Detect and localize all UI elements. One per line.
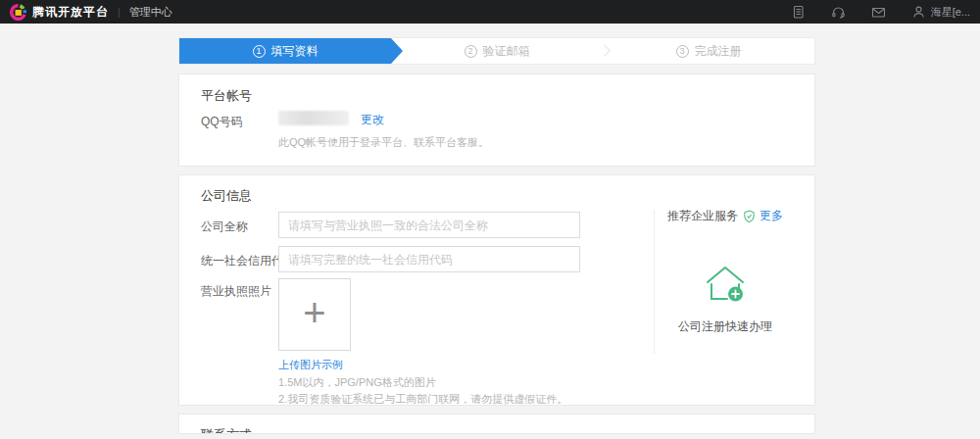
license-photo-upload-button[interactable]: + [278,278,351,351]
tencent-open-platform-logo-icon [10,4,26,21]
step-complete-registration: 3 完成注册 [603,38,814,64]
nav-management-center[interactable]: 管理中心 [129,5,172,20]
recommended-services-panel: 推荐企业服务 更多 公司注册快速办理 [667,208,783,335]
mail-icon[interactable] [871,5,886,20]
header-divider: | [118,6,121,18]
service-label: 公司注册快速办理 [667,318,783,335]
step-1-number-icon: 1 [253,45,266,58]
qq-number-label: QQ号码 [201,114,243,130]
step-3-number-icon: 3 [676,45,689,58]
step-verify-email: 2 验证邮箱 [391,38,603,64]
headset-icon[interactable] [831,5,846,20]
contact-info-section: 联系方式 [178,414,815,434]
plus-icon: + [303,293,325,332]
company-info-section: 公司信息 公司全称 统一社会信用代码 营业执照照片 + 上传图片示例 1.5M以… [178,174,815,406]
recommended-services-header: 推荐企业服务 更多 [667,208,783,224]
step-2-number-icon: 2 [465,45,477,58]
company-name-input[interactable] [278,212,580,238]
step-fill-info: 1 填写资料 [179,38,391,64]
upload-tips: 1.5M以内，JPG/PNG格式的图片 2.我司资质验证系统已与工商部门联网，请… [278,374,567,408]
change-qq-link[interactable]: 更改 [361,112,384,128]
section-title-contact: 联系方式 [201,426,252,434]
platform-account-section: 平台帐号 QQ号码 更改 此QQ帐号使用于登录平台、联系平台客服。 [178,73,815,167]
company-name-label: 公司全称 [201,219,248,235]
upload-example-link[interactable]: 上传图片示例 [278,358,343,372]
qq-usage-hint: 此QQ帐号使用于登录平台、联系平台客服。 [278,135,489,150]
house-plus-icon [703,289,748,306]
section-title-company-info: 公司信息 [201,187,252,205]
vertical-divider [654,210,655,354]
more-services-link[interactable]: 更多 [760,208,783,224]
recommended-services-title: 推荐企业服务 [667,208,738,224]
top-header-bar: 腾讯开放平台 | 管理中心 [0,0,980,24]
upload-tip-1: 1.5M以内，JPG/PNG格式的图片 [278,374,567,391]
user-icon [911,5,926,20]
header-actions: 海星[e... [765,5,970,20]
company-registration-service[interactable]: 公司注册快速办理 [667,264,783,335]
brand-title: 腾讯开放平台 [32,4,109,21]
user-name-label: 海星[e... [931,5,970,20]
qq-number-redacted-value [278,111,349,125]
shield-icon [743,210,756,223]
step-3-label: 完成注册 [695,43,742,60]
registration-steps: 1 填写资料 2 验证邮箱 3 完成注册 [178,37,815,65]
credit-code-input[interactable] [278,246,580,272]
step-2-label: 验证邮箱 [483,43,530,60]
upload-tip-2: 2.我司资质验证系统已与工商部门联网，请勿提供虚假证件。 [278,391,567,408]
step-1-label: 填写资料 [271,43,318,60]
document-icon[interactable] [791,5,806,20]
section-title-platform-account: 平台帐号 [201,87,252,105]
business-license-label: 营业执照照片 [201,283,271,300]
user-account-menu[interactable]: 海星[e... [911,5,970,20]
